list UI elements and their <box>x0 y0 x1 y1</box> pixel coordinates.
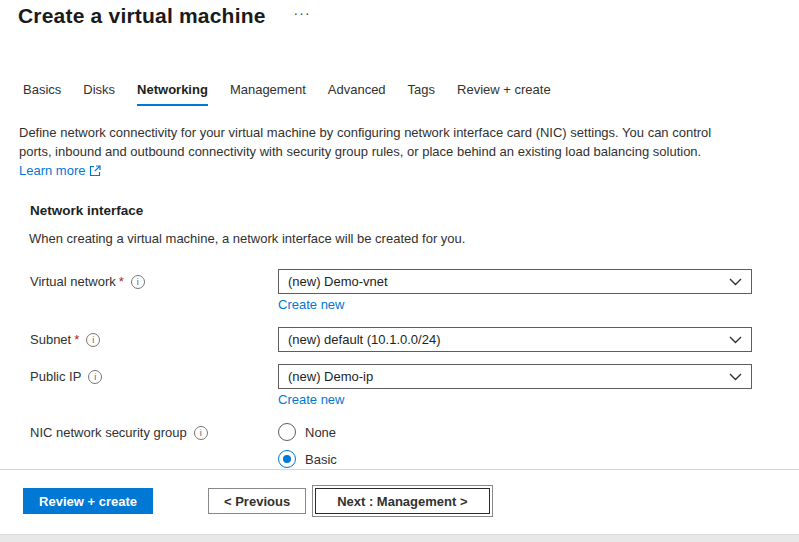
radio-selected-icon[interactable] <box>278 450 296 468</box>
learn-more-label: Learn more <box>19 163 85 178</box>
subnet-value: (new) default (10.1.0.0/24) <box>288 332 440 347</box>
networking-description: Define network connectivity for your vir… <box>19 123 729 161</box>
nsg-radio-group: None Basic Advanced <box>278 420 752 469</box>
tab-management[interactable]: Management <box>230 82 306 106</box>
public-ip-label: Public IP i <box>30 364 278 384</box>
tab-disks[interactable]: Disks <box>83 82 115 106</box>
subnet-select[interactable]: (new) default (10.1.0.0/24) <box>278 327 752 352</box>
title-row: Create a virtual machine ··· <box>0 0 799 28</box>
nsg-option-basic[interactable]: Basic <box>278 449 752 469</box>
external-link-icon <box>89 165 101 177</box>
previous-button[interactable]: < Previous <box>208 488 306 514</box>
virtual-network-row: Virtual network * i (new) Demo-vnet Crea… <box>30 269 799 313</box>
required-asterisk: * <box>74 332 79 347</box>
tab-review-create[interactable]: Review + create <box>457 82 551 106</box>
tab-basics[interactable]: Basics <box>23 82 61 106</box>
virtual-network-label: Virtual network * i <box>30 269 278 289</box>
section-description: When creating a virtual machine, a netwo… <box>29 231 799 246</box>
info-icon[interactable]: i <box>88 370 102 384</box>
window-bottom-bar <box>0 534 799 542</box>
public-ip-value: (new) Demo-ip <box>288 369 373 384</box>
chevron-down-icon <box>729 373 742 381</box>
tab-networking[interactable]: Networking <box>137 82 208 106</box>
public-ip-create-new-link[interactable]: Create new <box>278 392 344 407</box>
required-asterisk: * <box>119 274 124 289</box>
create-vm-page: Create a virtual machine ··· Basics Disk… <box>0 0 799 542</box>
virtual-network-create-new-link[interactable]: Create new <box>278 297 344 312</box>
more-options-icon[interactable]: ··· <box>294 6 311 20</box>
next-management-button[interactable]: Next : Management > <box>315 488 489 514</box>
chevron-down-icon <box>729 336 742 344</box>
nsg-option-none[interactable]: None <box>278 422 752 442</box>
virtual-network-value: (new) Demo-vnet <box>288 274 388 289</box>
learn-more-link[interactable]: Learn more <box>19 163 101 178</box>
nsg-row: NIC network security group i None Basic … <box>30 420 799 469</box>
public-ip-select[interactable]: (new) Demo-ip <box>278 364 752 389</box>
wizard-footer: Review + create < Previous Next : Manage… <box>0 469 799 533</box>
public-ip-row: Public IP i (new) Demo-ip Create new <box>30 364 799 408</box>
section-heading: Network interface <box>30 203 799 218</box>
wizard-tabs: Basics Disks Networking Management Advan… <box>23 82 799 106</box>
subnet-label: Subnet * i <box>30 327 278 347</box>
page-title: Create a virtual machine <box>18 4 266 28</box>
review-create-button[interactable]: Review + create <box>23 488 153 514</box>
chevron-down-icon <box>729 278 742 286</box>
info-icon[interactable]: i <box>86 333 100 347</box>
info-icon[interactable]: i <box>194 426 208 440</box>
tab-tags[interactable]: Tags <box>408 82 435 106</box>
subnet-row: Subnet * i (new) default (10.1.0.0/24) <box>30 327 799 352</box>
main-content: Create a virtual machine ··· Basics Disk… <box>0 0 799 469</box>
networking-form: Virtual network * i (new) Demo-vnet Crea… <box>30 269 799 469</box>
info-icon[interactable]: i <box>131 275 145 289</box>
virtual-network-select[interactable]: (new) Demo-vnet <box>278 269 752 294</box>
nsg-label: NIC network security group i <box>30 420 278 440</box>
tab-advanced[interactable]: Advanced <box>328 82 386 106</box>
radio-unselected-icon[interactable] <box>278 423 296 441</box>
